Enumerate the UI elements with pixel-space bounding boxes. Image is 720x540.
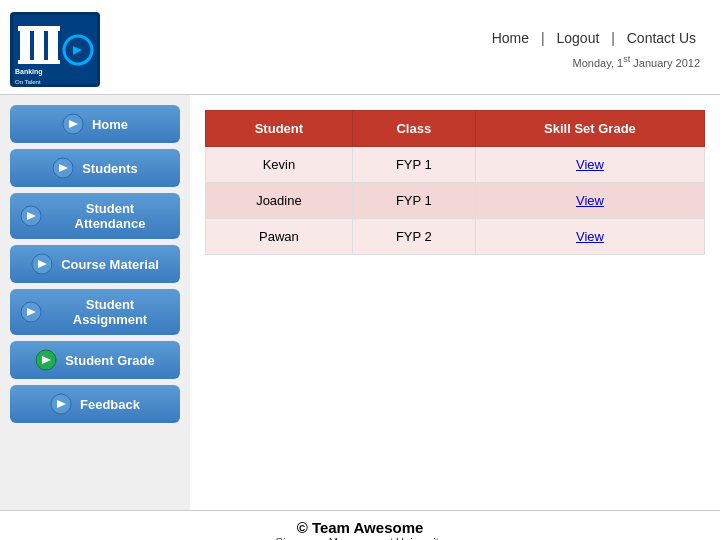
arrow-icon-students <box>52 157 74 179</box>
nav-logout[interactable]: Logout <box>557 30 600 46</box>
svg-rect-3 <box>34 30 44 60</box>
header-right: Home | Logout | Contact Us Monday, 1st J… <box>488 30 700 69</box>
cell-class: FYP 1 <box>352 183 475 219</box>
sidebar-item-students[interactable]: Students <box>10 149 180 187</box>
sidebar-item-feedback[interactable]: Feedback <box>10 385 180 423</box>
cell-class: FYP 1 <box>352 147 475 183</box>
cell-grade: View <box>475 147 704 183</box>
main-content: Home Students Student Attendance Course … <box>0 95 720 510</box>
svg-rect-5 <box>18 26 60 31</box>
view-link[interactable]: View <box>576 193 604 208</box>
svg-rect-6 <box>18 60 60 64</box>
svg-rect-2 <box>20 30 30 60</box>
svg-rect-4 <box>48 30 58 60</box>
table-area: Student Class Skill Set Grade KevinFYP 1… <box>190 95 720 510</box>
arrow-icon-assignment <box>20 301 42 323</box>
cell-student: Joadine <box>206 183 353 219</box>
table-row: PawanFYP 2View <box>206 219 705 255</box>
cell-grade: View <box>475 219 704 255</box>
logo-svg: Banking On Talent <box>10 12 100 87</box>
col-header-grade: Skill Set Grade <box>475 111 704 147</box>
cell-student: Kevin <box>206 147 353 183</box>
date-display: Monday, 1st January 2012 <box>573 54 700 69</box>
nav-contact[interactable]: Contact Us <box>627 30 696 46</box>
arrow-icon-feedback <box>50 393 72 415</box>
sidebar-item-course-material[interactable]: Course Material <box>10 245 180 283</box>
nav-sep2: | <box>611 30 615 46</box>
view-link[interactable]: View <box>576 229 604 244</box>
table-row: JoadineFYP 1View <box>206 183 705 219</box>
svg-text:On Talent: On Talent <box>15 79 41 85</box>
view-link[interactable]: View <box>576 157 604 172</box>
footer-team: © Team Awesome <box>0 519 720 536</box>
arrow-icon-home <box>62 113 84 135</box>
logo: Banking On Talent <box>10 12 100 87</box>
svg-text:Banking: Banking <box>15 68 43 76</box>
arrow-icon-grade <box>35 349 57 371</box>
nav-home[interactable]: Home <box>492 30 529 46</box>
nav-links: Home | Logout | Contact Us <box>488 30 700 46</box>
sidebar-item-student-attendance[interactable]: Student Attendance <box>10 193 180 239</box>
nav-sep1: | <box>541 30 545 46</box>
arrow-icon-attendance <box>20 205 42 227</box>
footer-university: Singapore Management University <box>0 536 720 540</box>
header: Banking On Talent Home | Logout | Contac… <box>0 0 720 95</box>
sidebar-item-student-grade[interactable]: Student Grade <box>10 341 180 379</box>
col-header-class: Class <box>352 111 475 147</box>
grade-table: Student Class Skill Set Grade KevinFYP 1… <box>205 110 705 255</box>
table-row: KevinFYP 1View <box>206 147 705 183</box>
sidebar-item-student-assignment[interactable]: Student Assignment <box>10 289 180 335</box>
cell-class: FYP 2 <box>352 219 475 255</box>
table-header-row: Student Class Skill Set Grade <box>206 111 705 147</box>
arrow-icon-course <box>31 253 53 275</box>
sidebar-item-home[interactable]: Home <box>10 105 180 143</box>
cell-student: Pawan <box>206 219 353 255</box>
col-header-student: Student <box>206 111 353 147</box>
footer: © Team Awesome Singapore Management Univ… <box>0 510 720 540</box>
cell-grade: View <box>475 183 704 219</box>
sidebar: Home Students Student Attendance Course … <box>0 95 190 510</box>
